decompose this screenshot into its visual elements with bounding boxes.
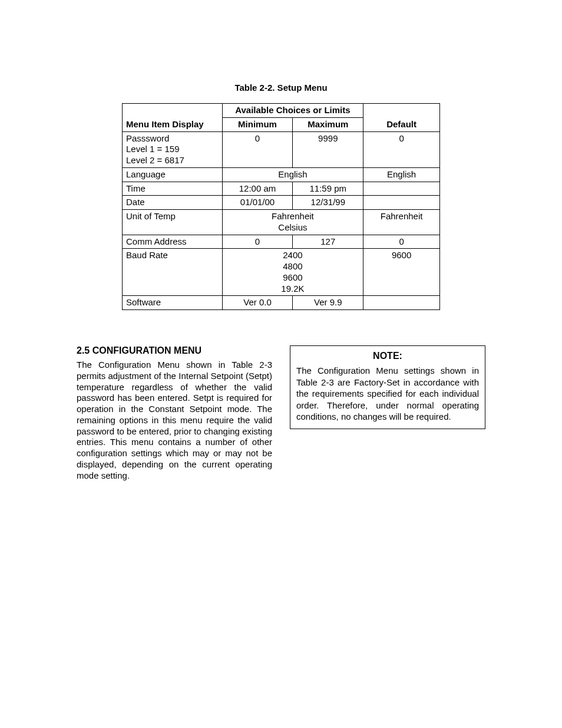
cell-item: Passsword Level 1 = 159 Level 2 = 6817	[123, 131, 223, 167]
cell-def	[363, 182, 440, 196]
cell-min: 0	[222, 131, 293, 167]
cell-min: 01/01/00	[222, 196, 293, 210]
cell-min: Ver 0.0	[222, 296, 293, 310]
cell-item: Date	[123, 196, 223, 210]
cell-min: 12:00 am	[222, 182, 293, 196]
cell-def: 9600	[363, 249, 440, 296]
note-title: NOTE:	[296, 351, 479, 361]
table-row: Software Ver 0.0 Ver 9.9	[123, 296, 440, 310]
table-row: Date 01/01/00 12/31/99	[123, 196, 440, 210]
cell-def: English	[363, 167, 440, 182]
header-default: Default	[363, 104, 440, 132]
header-menu-item: Menu Item Display	[123, 104, 223, 132]
note-box: NOTE: The Configuration Menu settings sh…	[290, 345, 485, 429]
table-row: Baud Rate 2400 4800 9600 19.2K 9600	[123, 249, 440, 296]
cell-choices: Fahrenheit Celsius	[222, 210, 363, 235]
cell-def	[363, 296, 440, 310]
section-heading: 2.5 CONFIGURATION MENU	[77, 345, 272, 356]
table-row: Time 12:00 am 11:59 pm	[123, 182, 440, 196]
cell-item: Language	[123, 167, 223, 182]
header-maximum: Maximum	[293, 117, 363, 131]
cell-item: Time	[123, 182, 223, 196]
cell-max: 11:59 pm	[293, 182, 363, 196]
cell-min: 0	[222, 235, 293, 249]
setup-menu-table: Menu Item Display Available Choices or L…	[122, 103, 440, 310]
cell-max: 12/31/99	[293, 196, 363, 210]
header-choices: Available Choices or Limits	[222, 104, 363, 118]
cell-item: Comm Address	[123, 235, 223, 249]
cell-def: 0	[363, 235, 440, 249]
note-body: The Configuration Menu settings shown in…	[296, 365, 479, 423]
table-caption: Table 2-2. Setup Menu	[77, 83, 485, 93]
table-row: Comm Address 0 127 0	[123, 235, 440, 249]
table-row: Language English English	[123, 167, 440, 182]
cell-item: Software	[123, 296, 223, 310]
cell-def: Fahrenheit	[363, 210, 440, 235]
cell-choices: 2400 4800 9600 19.2K	[222, 249, 363, 296]
section-body: The Configuration Menu shown in Table 2-…	[77, 360, 272, 481]
table-row: Passsword Level 1 = 159 Level 2 = 6817 0…	[123, 131, 440, 167]
cell-max: 127	[293, 235, 363, 249]
cell-max: 9999	[293, 131, 363, 167]
table-row: Unit of Temp Fahrenheit Celsius Fahrenhe…	[123, 210, 440, 235]
cell-choices: English	[222, 167, 363, 182]
cell-item: Unit of Temp	[123, 210, 223, 235]
cell-max: Ver 9.9	[293, 296, 363, 310]
cell-item: Baud Rate	[123, 249, 223, 296]
cell-def: 0	[363, 131, 440, 167]
cell-def	[363, 196, 440, 210]
header-minimum: Minimum	[222, 117, 293, 131]
